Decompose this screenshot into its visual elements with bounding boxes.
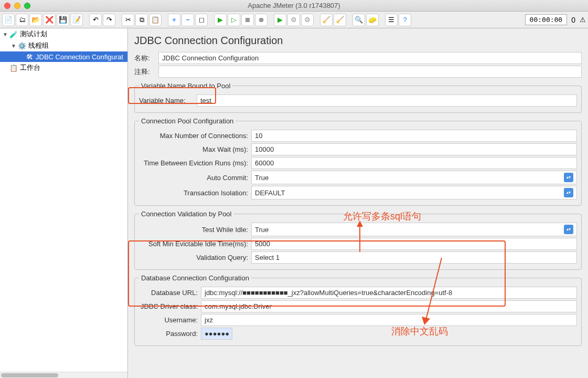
function-helper-button[interactable]: ☰	[385, 14, 398, 26]
user-label: Username:	[139, 316, 201, 324]
max-wait-input[interactable]	[251, 143, 577, 155]
remote-start-all-button[interactable]: ⚙	[287, 14, 300, 26]
tx-iso-value: DEFAULT	[255, 189, 285, 197]
db-connection-fieldset: Database Connection Configuration Databa…	[134, 274, 582, 346]
disclosure-down-icon[interactable]: ▼	[2, 31, 8, 37]
validation-legend: Connection Validation by Pool	[139, 210, 234, 218]
tree-workbench[interactable]: 📋 工作台	[0, 62, 127, 74]
collapse-button[interactable]: −	[181, 14, 194, 26]
content-panel: JDBC Connection Configuration 名称: 注释: Va…	[128, 28, 588, 378]
remote-start-button[interactable]: ▶	[274, 14, 286, 26]
cut-button[interactable]: ✂	[122, 14, 134, 26]
list-icon: ☰	[388, 16, 394, 24]
folder-open-icon: 📂	[31, 16, 40, 24]
shutdown-button[interactable]: ⏺	[255, 14, 268, 26]
templates-button[interactable]: 🗂	[16, 14, 28, 26]
validation-fieldset: Connection Validation by Pool Test While…	[134, 210, 582, 270]
tree-thread-group[interactable]: ▼ ⚙️ 线程组	[0, 40, 127, 51]
eviction-input[interactable]	[251, 157, 577, 169]
var-name-input[interactable]	[197, 94, 577, 107]
new-file-button[interactable]: 📄	[2, 14, 15, 26]
save-as-button[interactable]: 📝	[70, 14, 83, 26]
reset-icon: 🧽	[368, 16, 377, 24]
clear-button[interactable]: 🧹	[320, 14, 333, 26]
stop-button[interactable]: ⏹	[241, 14, 254, 26]
disclosure-down-icon[interactable]: ▼	[10, 43, 17, 49]
save-icon: 💾	[59, 16, 67, 24]
active-threads-count: 0	[568, 16, 579, 24]
help-button[interactable]: ?	[399, 14, 411, 26]
auto-commit-select[interactable]: True ▴▾	[251, 171, 577, 184]
redo-icon: ↷	[106, 16, 112, 24]
soft-min-label: Soft Min Evictable Idle Time(ms):	[139, 240, 251, 248]
tx-iso-label: Transaction Isolation:	[139, 189, 251, 197]
tree-root-test-plan[interactable]: ▼ 🧪 测试计划	[0, 28, 127, 40]
window-titlebar: Apache JMeter (3.0 r1743807)	[0, 0, 588, 12]
comment-input[interactable]	[158, 66, 582, 78]
tools-icon: 🛠	[25, 52, 34, 61]
variable-name-legend: Variable Name Bound to Pool	[139, 82, 232, 90]
minimize-window-button[interactable]	[14, 3, 20, 9]
paste-button[interactable]: 📋	[149, 14, 162, 26]
undo-button[interactable]: ↶	[89, 14, 102, 26]
user-input[interactable]	[201, 314, 577, 326]
remote-stop-button[interactable]: ⚙	[301, 14, 314, 26]
tx-iso-select[interactable]: DEFAULT ▴▾	[251, 186, 577, 200]
gear-icon: ⚙️	[18, 41, 26, 50]
var-name-label: Variable Name:	[139, 97, 197, 104]
save-button[interactable]: 💾	[57, 14, 69, 26]
chevron-updown-icon: ▴▾	[564, 188, 573, 197]
sidebar-hscrollbar[interactable]	[0, 372, 127, 378]
clear-all-button[interactable]: 🧹	[334, 14, 346, 26]
test-idle-label: Test While Idle:	[139, 226, 251, 234]
warning-icon: ⚠	[580, 16, 586, 24]
search-button[interactable]: 🔍	[352, 14, 365, 26]
tree-label: 测试计划	[20, 29, 47, 39]
edit-icon: 📝	[72, 16, 81, 24]
db-connection-legend: Database Connection Configuration	[139, 274, 251, 282]
help-icon: ?	[403, 16, 407, 24]
db-url-input[interactable]	[201, 287, 577, 299]
test-idle-select[interactable]: True ▴▾	[251, 223, 577, 236]
toolbar: 📄 🗂 📂 ❌ 💾 📝 ↶ ↷ ✂ ⧉ 📋 + − ◻ ▶ ▷ ⏹ ⏺ ▶ ⚙ …	[0, 12, 588, 28]
reset-search-button[interactable]: 🧽	[366, 14, 379, 26]
clipboard-icon: 📋	[9, 64, 18, 72]
run-nogui-button[interactable]: ▷	[228, 14, 240, 26]
max-conn-input[interactable]	[251, 130, 577, 142]
gears-stop-icon: ⚙	[304, 16, 311, 24]
open-button[interactable]: 📂	[29, 14, 42, 26]
auto-commit-label: Auto Commit:	[139, 174, 251, 182]
comment-label: 注释:	[134, 67, 158, 77]
variable-name-fieldset: Variable Name Bound to Pool Variable Nam…	[134, 82, 582, 113]
close-button[interactable]: ❌	[43, 14, 56, 26]
max-conn-label: Max Number of Connections:	[139, 132, 251, 140]
run-button[interactable]: ▶	[214, 14, 227, 26]
broom-all-icon: 🧹	[336, 16, 344, 24]
minus-icon: −	[186, 16, 190, 24]
toggle-icon: ◻	[199, 16, 205, 24]
plus-icon: +	[172, 16, 176, 24]
connection-pool-fieldset: Connection Pool Configuration Max Number…	[134, 117, 582, 206]
expand-button[interactable]: +	[168, 14, 180, 26]
undo-icon: ↶	[93, 16, 99, 24]
close-window-button[interactable]	[4, 3, 10, 9]
sidebar-hscroll-thumb[interactable]	[1, 373, 58, 377]
pass-input[interactable]	[201, 328, 232, 340]
auto-commit-value: True	[255, 174, 269, 182]
eviction-label: Time Between Eviction Runs (ms):	[139, 159, 251, 167]
redo-button[interactable]: ↷	[103, 14, 115, 26]
validation-q-input[interactable]	[251, 251, 577, 264]
window-title: Apache JMeter (3.0 r1743807)	[248, 2, 340, 9]
copy-button[interactable]: ⧉	[135, 14, 148, 26]
paste-icon: 📋	[151, 16, 159, 24]
toggle-button[interactable]: ◻	[195, 14, 208, 26]
soft-min-input[interactable]	[251, 238, 577, 250]
stop-icon: ⏹	[244, 16, 251, 24]
name-input[interactable]	[158, 52, 582, 64]
disclosure-blank	[2, 65, 8, 71]
driver-input[interactable]	[201, 300, 577, 312]
tree-jdbc-config[interactable]: 🛠 JDBC Connection Configurat	[0, 51, 127, 62]
close-icon: ❌	[45, 16, 54, 24]
zoom-window-button[interactable]	[24, 3, 30, 9]
elapsed-time: 00:00:00	[525, 14, 568, 25]
